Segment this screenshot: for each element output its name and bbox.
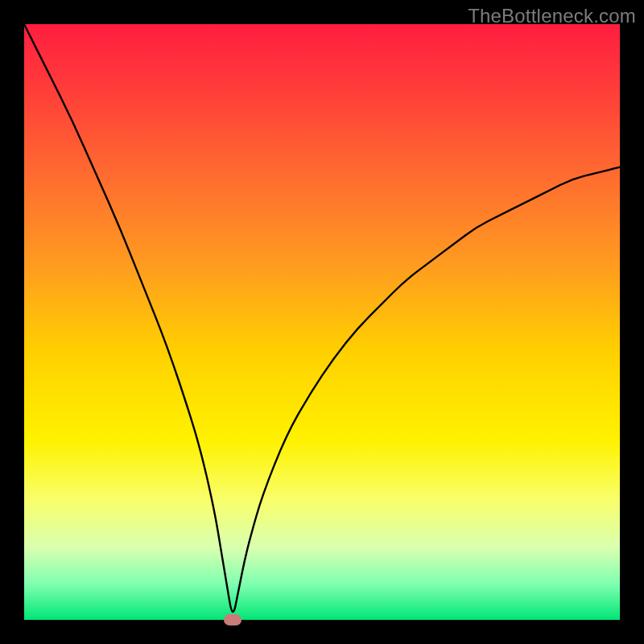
chart-stage: TheBottleneck.com: [0, 0, 644, 644]
optimal-point-marker: [224, 614, 242, 625]
bottleneck-curve: [24, 24, 620, 612]
curve-svg: [24, 24, 620, 620]
plot-area: [24, 24, 620, 620]
